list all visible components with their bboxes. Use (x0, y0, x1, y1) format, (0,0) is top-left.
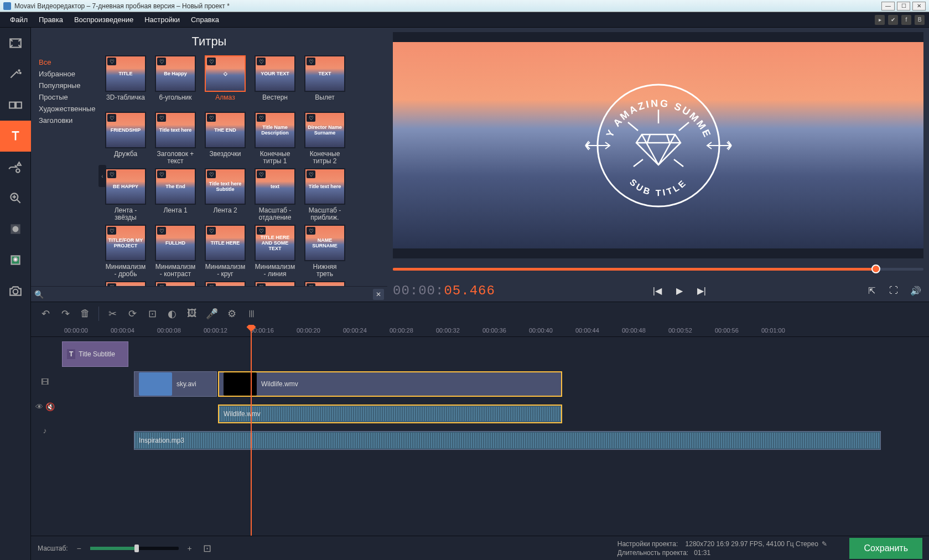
video-clip-1[interactable]: sky.avi (134, 371, 217, 397)
thumb-min-circle[interactable]: ♡TITLE HEREМинимализм - круг (205, 225, 246, 278)
favorite-icon[interactable]: ♡ (307, 58, 315, 65)
favorite-icon[interactable]: ♡ (307, 227, 315, 235)
thumb-min-line[interactable]: ♡TITLE HERE AND SOME TEXTМинимализм - ли… (255, 225, 295, 278)
thumb-zoom-in[interactable]: ♡Title text hereМасштаб - приближ. (304, 168, 345, 221)
search-clear[interactable]: ✕ (373, 289, 384, 300)
clip-props-button[interactable]: ⚙ (222, 304, 242, 324)
audio-clip[interactable]: Inspiration.mp3 (134, 431, 881, 450)
category-simple[interactable]: Простые (33, 91, 100, 103)
category-popular[interactable]: Популярные (33, 80, 100, 91)
favorite-icon[interactable]: ♡ (157, 114, 166, 122)
favorite-icon[interactable]: ♡ (107, 227, 116, 235)
favorite-icon[interactable]: ♡ (107, 114, 116, 122)
thumb-min-contrast[interactable]: ♡FULLHDМинимализм - контраст (155, 225, 196, 278)
favorite-icon[interactable]: ♡ (207, 114, 216, 122)
delete-button[interactable]: 🗑 (75, 304, 95, 324)
vk-icon[interactable]: ✔ (888, 15, 898, 25)
save-button[interactable]: Сохранить (849, 538, 922, 559)
favorite-icon[interactable]: ♡ (107, 58, 116, 65)
preview-canvas[interactable]: MY AMAZING SUMMER SUB TITLE (393, 32, 923, 258)
zoom-fit-button[interactable]: ⊡ (201, 538, 214, 558)
zoom-slider[interactable] (90, 547, 179, 550)
edit-settings-icon[interactable]: ✎ (822, 540, 827, 548)
facebook-icon[interactable]: f (901, 15, 911, 25)
favorite-icon[interactable]: ♡ (207, 58, 216, 65)
undo-button[interactable]: ↶ (35, 304, 55, 324)
thumb-end-credits-2[interactable]: ♡Director Name SurnameКонечные титры 2 (304, 112, 345, 165)
rail-capture[interactable] (0, 276, 31, 307)
collapse-handle[interactable]: ‹ (98, 165, 106, 187)
menu-playback[interactable]: Воспроизведение (69, 13, 139, 26)
thumb-min-frac[interactable]: ♡TITLE/FOR MY PROJECTМинимализм - дробь (105, 225, 146, 278)
detach-button[interactable]: ⇱ (864, 283, 879, 298)
fullscreen-button[interactable]: ⛶ (886, 283, 901, 298)
rail-filters[interactable] (0, 59, 31, 90)
zoom-handle[interactable] (134, 545, 139, 552)
favorite-icon[interactable]: ♡ (107, 170, 116, 178)
prev-button[interactable]: |◀ (650, 283, 665, 298)
seek-bar[interactable] (393, 263, 923, 275)
search-input[interactable] (46, 291, 373, 298)
menu-settings[interactable]: Настройки (139, 13, 185, 26)
youtube-icon[interactable]: ▸ (875, 15, 885, 25)
rail-import[interactable] (0, 28, 31, 59)
favorite-icon[interactable]: ♡ (257, 114, 266, 122)
minimize-button[interactable]: — (881, 2, 895, 11)
image-button[interactable]: 🖼 (182, 304, 202, 324)
play-button[interactable]: ▶ (672, 283, 687, 298)
thumb-friendship[interactable]: ♡FRIENDSHIPДружба (105, 112, 146, 165)
thumb-zoom-out[interactable]: ♡textМасштаб - отдаление (255, 168, 295, 221)
thumb-diamond[interactable]: ♡◇Алмаз (205, 55, 246, 108)
crop-button[interactable]: ⊡ (142, 304, 162, 324)
playhead[interactable] (251, 325, 252, 536)
track-titles[interactable]: TTitle Subtitle (31, 341, 929, 367)
color-button[interactable]: ◐ (162, 304, 182, 324)
menu-file[interactable]: Файл (4, 13, 33, 26)
category-all[interactable]: Все (33, 56, 100, 68)
rail-stickers[interactable] (0, 152, 31, 183)
zoom-in-button[interactable]: + (184, 538, 195, 558)
menu-edit[interactable]: Правка (33, 13, 69, 26)
thumb-western[interactable]: ♡YOUR TEXTВестерн (255, 55, 295, 108)
thumb-end-credits-1[interactable]: ♡Title Name DescriptionКонечные титры 1 (255, 112, 295, 165)
cut-button[interactable]: ✂ (102, 304, 122, 324)
favorite-icon[interactable]: ♡ (157, 58, 166, 65)
mic-button[interactable]: 🎤 (202, 304, 222, 324)
favorite-icon[interactable]: ♡ (157, 227, 166, 235)
thumb-ribbon-2[interactable]: ♡Title text here SubtitleЛента 2 (205, 168, 246, 221)
share-icon[interactable]: B (915, 15, 925, 25)
rail-chroma[interactable] (0, 245, 31, 276)
ruler[interactable]: 00:00:0000:00:0400:00:0800:00:1200:00:16… (31, 325, 929, 337)
title-clip[interactable]: TTitle Subtitle (62, 341, 128, 367)
rail-zoom[interactable] (0, 183, 31, 214)
category-favorites[interactable]: Избранное (33, 68, 100, 80)
category-artistic[interactable]: Художественные (33, 103, 100, 115)
favorite-icon[interactable]: ♡ (257, 227, 266, 235)
track-video[interactable]: sky.avi Wildlife.wmv (31, 371, 929, 397)
thumb-lower-third[interactable]: ♡NAME SURNAMEНижняя треть (304, 225, 345, 278)
favorite-icon[interactable]: ♡ (157, 170, 166, 178)
rail-titles[interactable] (0, 121, 31, 152)
audio-clip-linked[interactable]: Wildlife.wmv (218, 405, 562, 423)
equalizer-button[interactable]: ⫼ (242, 304, 262, 324)
favorite-icon[interactable]: ♡ (257, 58, 266, 65)
favorite-icon[interactable]: ♡ (257, 170, 266, 178)
close-button[interactable]: ✕ (912, 2, 926, 11)
zoom-out-button[interactable]: − (74, 538, 85, 558)
video-clip-2[interactable]: Wildlife.wmv (218, 371, 562, 397)
track-audio[interactable]: Inspiration.mp3 (31, 428, 929, 450)
rail-transitions[interactable] (0, 90, 31, 121)
thumb-fly[interactable]: ♡TEXTВылет (304, 55, 345, 108)
thumb-ribbon-1[interactable]: ♡The EndЛента 1 (155, 168, 196, 221)
favorite-icon[interactable]: ♡ (207, 170, 216, 178)
next-button[interactable]: ▶| (694, 283, 709, 298)
redo-button[interactable]: ↷ (55, 304, 75, 324)
maximize-button[interactable]: ☐ (897, 2, 910, 11)
category-headers[interactable]: Заголовки (33, 115, 100, 126)
thumb-header-text[interactable]: ♡Title text hereЗаголовок + текст (155, 112, 196, 165)
thumb-ribbon-stars[interactable]: ♡BE HAPPYЛента - звёзды (105, 168, 146, 221)
track-linked-audio[interactable]: Wildlife.wmv (31, 401, 929, 423)
volume-button[interactable]: 🔊 (908, 283, 923, 298)
seek-handle[interactable] (871, 265, 880, 273)
thumb-hexagon[interactable]: ♡Be Happy6-угольник (155, 55, 196, 108)
